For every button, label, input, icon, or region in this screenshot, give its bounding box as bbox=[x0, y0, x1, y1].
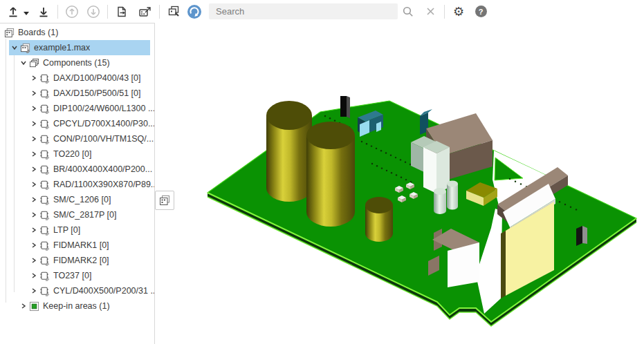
board-stack-button[interactable] bbox=[165, 3, 183, 21]
component-label: LTP [0] bbox=[53, 225, 80, 235]
tree-item-component-1[interactable]: DAX/D100/P400/43 [0] bbox=[0, 70, 154, 86]
component-label: DAX/D150/P500/51 [0] bbox=[53, 88, 140, 98]
help-icon: ? bbox=[475, 6, 487, 17]
capacitor-cylinder-large-1[interactable] bbox=[266, 101, 312, 202]
rotate-circle-icon bbox=[187, 4, 202, 19]
caret-down-icon bbox=[24, 6, 29, 18]
move-down-button[interactable] bbox=[84, 3, 102, 21]
component-icon bbox=[39, 286, 50, 296]
component-label: DAX/D100/P400/43 [0] bbox=[53, 73, 140, 83]
export-board-button[interactable] bbox=[136, 3, 154, 21]
boards-icon bbox=[4, 28, 15, 38]
tree-item-boards-root[interactable]: Boards (1) bbox=[0, 25, 154, 40]
component-label: CYL/D400X500/P200/31 ... bbox=[53, 286, 154, 296]
component-label: TO237 [0] bbox=[53, 271, 91, 280]
chevron-right-icon[interactable] bbox=[30, 151, 37, 157]
chevron-right-icon[interactable] bbox=[30, 166, 37, 173]
panel-flyout-button[interactable] bbox=[155, 191, 174, 210]
board-label: example1.max bbox=[34, 43, 90, 52]
chevron-right-icon[interactable] bbox=[30, 120, 37, 127]
tree-item-component-2[interactable]: DAX/D150/P500/51 [0] bbox=[0, 86, 154, 101]
boards-tree-panel: Boards (1) example1.max Components (15) … bbox=[0, 23, 155, 344]
tree-item-example1-max[interactable]: example1.max bbox=[9, 40, 150, 55]
page-with-arrow-icon bbox=[116, 6, 128, 18]
copy-view-button[interactable] bbox=[113, 3, 131, 21]
component-icon bbox=[39, 240, 50, 251]
chevron-right-icon[interactable] bbox=[30, 75, 37, 82]
tree-item-component-12[interactable]: FIDMARK1 [0] bbox=[0, 238, 154, 253]
chevron-right-icon[interactable] bbox=[30, 272, 37, 279]
capacitor-cylinder-medium[interactable] bbox=[365, 197, 393, 242]
upload-icon bbox=[7, 6, 19, 18]
chevron-right-icon[interactable] bbox=[30, 242, 37, 249]
upload-button[interactable] bbox=[4, 3, 22, 21]
search-go-button[interactable] bbox=[399, 3, 417, 21]
move-up-button[interactable] bbox=[63, 3, 81, 21]
component-label: SM/C_2817P [0] bbox=[53, 210, 117, 220]
download-button[interactable] bbox=[35, 3, 53, 21]
component-icon bbox=[39, 104, 50, 114]
component-icon bbox=[39, 271, 50, 281]
component-icon bbox=[39, 119, 50, 129]
chevron-right-icon[interactable] bbox=[30, 181, 37, 188]
board-3d-view[interactable] bbox=[156, 23, 644, 344]
component-label: BR/400X400X400/P200... bbox=[53, 164, 152, 174]
close-icon bbox=[426, 7, 435, 16]
small-black-box[interactable] bbox=[576, 226, 587, 246]
chevron-right-icon[interactable] bbox=[30, 105, 37, 112]
search-input[interactable] bbox=[209, 3, 398, 19]
capacitor-cylinder-large-2[interactable] bbox=[306, 122, 355, 227]
chevron-right-icon[interactable] bbox=[30, 227, 37, 233]
tree-item-component-8[interactable]: RAD/1100X390X870/P89... bbox=[0, 177, 154, 192]
download-icon bbox=[37, 6, 50, 18]
tree-item-component-3[interactable]: DIP100/24/W600/L1300 ... bbox=[0, 101, 154, 116]
component-label: FIDMARK2 [0] bbox=[53, 256, 109, 265]
tree-item-component-15[interactable]: CYL/D400X500/P200/31 ... bbox=[0, 283, 154, 298]
clear-search-button[interactable] bbox=[421, 3, 439, 21]
boards-root-label: Boards (1) bbox=[18, 28, 58, 37]
help-button[interactable]: ? bbox=[472, 3, 490, 21]
toolbar: ⚙ ? bbox=[0, 0, 644, 23]
tree-item-component-10[interactable]: SM/C_2817P [0] bbox=[0, 207, 154, 222]
chevron-down-icon[interactable] bbox=[20, 59, 27, 66]
tree-item-component-9[interactable]: SM/C_1206 [0] bbox=[0, 192, 154, 207]
chevron-right-icon[interactable] bbox=[30, 211, 37, 218]
toolbar-separator bbox=[444, 5, 445, 19]
component-label: DIP100/24/W600/L1300 ... bbox=[53, 104, 154, 113]
upload-menu-button[interactable] bbox=[22, 3, 30, 21]
magnifier-icon bbox=[402, 6, 414, 18]
tree-item-keep-in-areas[interactable]: Keep-in areas (1) bbox=[0, 298, 154, 314]
component-icon bbox=[39, 210, 50, 220]
circle-arrow-down-icon bbox=[86, 5, 100, 19]
chevron-down-icon[interactable] bbox=[11, 44, 18, 51]
tree-item-component-5[interactable]: CON/P/100/VH/TM1SQ/... bbox=[0, 131, 154, 146]
chevron-right-icon[interactable] bbox=[20, 303, 27, 309]
stacked-boards-icon bbox=[167, 5, 181, 18]
settings-button[interactable]: ⚙ bbox=[450, 3, 468, 21]
tree-item-component-4[interactable]: CPCYL/D700X1400/P30... bbox=[0, 116, 154, 131]
component-icon bbox=[39, 73, 50, 84]
tree-item-component-7[interactable]: BR/400X400X400/P200... bbox=[0, 162, 154, 177]
tree-item-component-11[interactable]: LTP [0] bbox=[0, 222, 154, 238]
chevron-right-icon[interactable] bbox=[30, 287, 37, 294]
component-label: CON/P/100/VH/TM1SQ/... bbox=[53, 134, 154, 144]
component-icon bbox=[39, 88, 50, 99]
chevron-right-icon[interactable] bbox=[30, 257, 37, 264]
sage-cylinder-2[interactable] bbox=[447, 181, 458, 210]
chevron-right-icon[interactable] bbox=[30, 90, 37, 97]
tree-item-component-13[interactable]: FIDMARK2 [0] bbox=[0, 253, 154, 268]
toolbar-separator bbox=[159, 5, 160, 19]
sage-cylinder-1[interactable] bbox=[434, 188, 446, 214]
chevron-right-icon[interactable] bbox=[30, 196, 37, 203]
components-icon bbox=[29, 58, 39, 68]
component-icon bbox=[39, 149, 50, 160]
rotate-3d-button[interactable] bbox=[185, 3, 203, 21]
tree-item-component-6[interactable]: TO220 [0] bbox=[0, 146, 154, 162]
sage-box-2[interactable] bbox=[423, 141, 450, 193]
board-with-arrow-icon bbox=[138, 6, 152, 18]
black-slab-component[interactable] bbox=[340, 96, 350, 118]
component-icon bbox=[39, 256, 50, 266]
tree-item-component-14[interactable]: TO237 [0] bbox=[0, 268, 154, 283]
chevron-right-icon[interactable] bbox=[30, 135, 37, 142]
tree-item-components-group[interactable]: Components (15) bbox=[0, 55, 154, 70]
